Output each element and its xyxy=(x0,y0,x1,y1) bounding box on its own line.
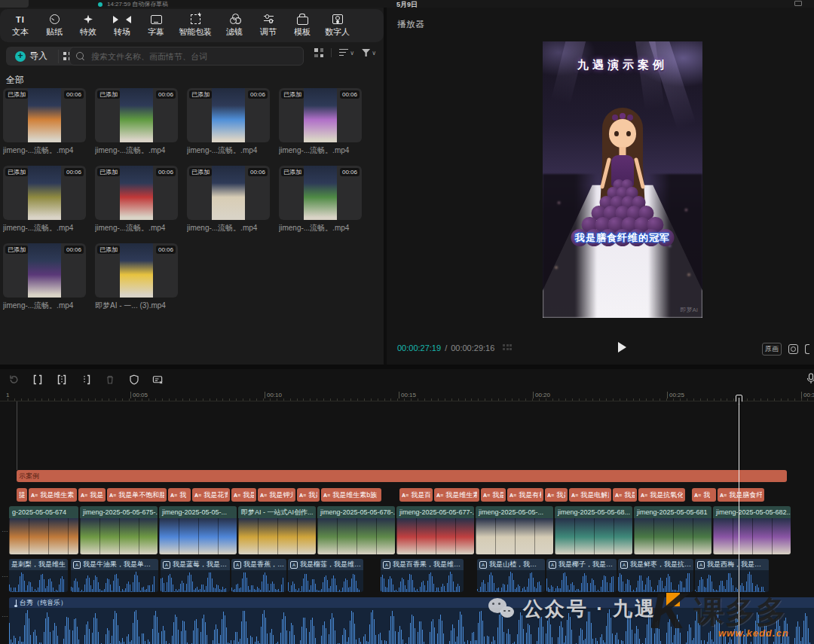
timeline-ruler[interactable]: 100:0500:1000:1500:2000:2500:3 xyxy=(0,390,814,401)
voice-segment[interactable]: 我是香蕉，我是钾... xyxy=(231,559,286,592)
play-button[interactable] xyxy=(618,342,626,353)
tool-sticker[interactable]: 贴纸 xyxy=(43,14,66,38)
tool-text[interactable]: 文本 xyxy=(9,14,32,38)
voice-segment[interactable]: 我是蓝莓，我是花... xyxy=(161,559,230,592)
media-card[interactable]: 已添加 00:06 jimeng-...流畅。.mp4 xyxy=(3,88,86,156)
subtitle-segment[interactable]: 我 xyxy=(168,488,191,502)
video-clip[interactable]: g-2025-05-05-674 xyxy=(9,506,78,554)
window-control-icon[interactable] xyxy=(794,1,802,6)
subtitle-segment[interactable]: 我是钾元 xyxy=(258,488,295,502)
music-track-handle[interactable]: … xyxy=(2,611,9,618)
category-label[interactable]: 全部 xyxy=(6,74,24,87)
subtitle-text-icon xyxy=(109,493,116,498)
media-card[interactable]: 已添加 00:06 jimeng-...流畅。.mp4 xyxy=(95,88,178,156)
subtitle-segment[interactable]: 我是电解质 xyxy=(569,488,611,502)
voice-segment[interactable]: 我是百香果，我是维生... xyxy=(381,559,464,592)
voice-segment[interactable]: 我是牛油果，我是单不... xyxy=(71,559,158,592)
quality-badge[interactable]: 原画 xyxy=(762,343,782,356)
media-card[interactable]: 已添加 00:06 jimeng-...流畅。.mp4 xyxy=(187,88,270,156)
split-icon[interactable] xyxy=(32,374,43,386)
media-thumbnail[interactable]: 已添加 00:06 xyxy=(187,166,270,220)
frame-grid-icon[interactable] xyxy=(503,344,512,352)
subtitle-segment[interactable]: 我是 xyxy=(613,488,637,502)
voice-segment[interactable]: 我是榴莲，我是维生素... xyxy=(288,559,363,592)
subtitle-segment[interactable]: 提 xyxy=(17,488,27,502)
tool-effects[interactable]: 特效 xyxy=(77,14,99,38)
voice-segment[interactable]: 我是山楂，我是有... xyxy=(477,559,545,592)
subtitle-segment[interactable]: 我是有机 xyxy=(507,488,543,502)
voice-segment[interactable]: 我是西梅，我是膳食纤... xyxy=(695,559,769,592)
music-track-clip[interactable]: 台秀（纯音乐） xyxy=(9,597,814,644)
video-clip[interactable]: jimeng-2025-05-05-682... xyxy=(713,506,791,554)
subtitle-segment[interactable]: 我是维生素b族 xyxy=(321,488,381,502)
tool-filter[interactable]: 滤镜 xyxy=(223,14,246,38)
import-button[interactable]: + 导入 xyxy=(11,49,52,63)
playhead[interactable] xyxy=(739,395,739,644)
subtitle-segment[interactable]: 我是抗氧化 xyxy=(638,488,685,502)
subtitle-segment[interactable]: 我是维生素 xyxy=(434,488,479,502)
grid-view-button[interactable] xyxy=(314,48,323,57)
subtitle-segment[interactable]: 我是花青 xyxy=(192,488,230,502)
media-thumbnail[interactable]: 已添加 00:06 xyxy=(95,243,178,298)
undo-icon[interactable] xyxy=(8,374,19,386)
media-thumbnail[interactable]: 已添加 00:06 xyxy=(95,88,178,142)
video-clip[interactable]: jimeng-2025-05-05-... xyxy=(159,506,237,554)
media-thumbnail[interactable]: 已添加 00:06 xyxy=(3,243,86,298)
media-thumbnail[interactable]: 已添加 00:06 xyxy=(95,166,178,220)
media-thumbnail[interactable]: 已添加 00:06 xyxy=(279,88,362,142)
media-card[interactable]: 已添加 00:06 jimeng-...流畅。.mp4 xyxy=(3,166,86,233)
tool-avatar[interactable]: 数字人 xyxy=(325,14,350,38)
split-left-icon[interactable] xyxy=(56,374,67,386)
search-box[interactable] xyxy=(69,47,304,66)
split-right-icon[interactable] xyxy=(80,374,91,386)
subtitle-segment[interactable]: 我是 xyxy=(297,488,320,502)
media-card[interactable]: 已添加 00:06 即梦AI - 一... (3).mp4 xyxy=(95,243,178,311)
tool-caption[interactable]: 字幕 xyxy=(145,14,167,38)
record-voiceover-icon[interactable] xyxy=(805,373,814,384)
voice-segment[interactable]: 我是鲜枣，我是抗氧化... xyxy=(618,559,693,592)
media-thumbnail[interactable]: 已添加 00:06 xyxy=(187,88,270,142)
media-thumbnail[interactable]: 已添加 00:06 xyxy=(3,88,86,142)
video-clip[interactable]: jimeng-2025-05-05-681 xyxy=(634,506,711,554)
filter-button[interactable]: ∨ xyxy=(362,49,376,56)
media-card[interactable]: 已添加 00:06 jimeng-...流畅。.mp4 xyxy=(187,166,270,233)
fullscreen-icon[interactable] xyxy=(805,344,809,354)
video-preview: 九遇演示案例 我是膳食纤维的冠军 即梦AI xyxy=(543,41,702,318)
subtitle-segment[interactable]: 我是 xyxy=(545,488,568,502)
video-clip[interactable]: jimeng-2025-05-05-68... xyxy=(555,506,632,554)
subtitle-segment[interactable]: 我是膳食纤 xyxy=(718,488,764,502)
video-clip-label: jimeng-2025-05-05-681 xyxy=(634,506,711,518)
subtitle-segment[interactable]: 我是 xyxy=(231,488,256,502)
tool-adjust[interactable]: 调节 xyxy=(257,14,280,38)
fit-scale-icon[interactable] xyxy=(788,344,798,354)
voice-segment[interactable]: 我是椰子，我是电解... xyxy=(546,559,617,592)
delete-icon[interactable] xyxy=(104,374,115,386)
search-input[interactable] xyxy=(90,51,297,62)
subtitle-segment[interactable]: 我 xyxy=(692,488,716,502)
video-clip[interactable]: jimeng-2025-05-05-678-... xyxy=(317,506,395,554)
caption-remove-icon[interactable] xyxy=(152,374,164,386)
video-clip[interactable]: 即梦AI - 一站式AI创作... xyxy=(238,506,316,554)
media-card[interactable]: 已添加 00:06 jimeng-...流畅。.mp4 xyxy=(279,88,362,156)
media-thumbnail[interactable]: 已添加 00:06 xyxy=(3,166,86,220)
video-clip[interactable]: jimeng-2025-05-05-... xyxy=(476,506,553,554)
voice-segment[interactable]: 是刺梨，我是维生 xyxy=(9,559,68,592)
subtitle-segment[interactable]: 我是维生素 xyxy=(29,488,77,502)
mute-shield-icon[interactable] xyxy=(128,374,139,386)
media-card[interactable]: 已添加 00:06 jimeng-...流畅。.mp4 xyxy=(3,243,86,311)
tool-transition[interactable]: 转场 xyxy=(111,14,133,38)
text-track-clip[interactable]: 示案例 xyxy=(17,470,787,482)
tool-template[interactable]: 模板 xyxy=(291,14,314,38)
media-card[interactable]: 已添加 00:06 jimeng-...流畅。.mp4 xyxy=(279,166,362,233)
media-card[interactable]: 已添加 00:06 jimeng-...流畅。.mp4 xyxy=(95,166,178,233)
subtitle-segment[interactable]: 我是单不饱和脂 xyxy=(107,488,167,502)
sort-button[interactable]: ∨ xyxy=(339,49,354,56)
subtitle-segment[interactable]: 我是 xyxy=(481,488,506,502)
subtitle-segment[interactable]: 我是百 xyxy=(399,488,433,502)
video-clip[interactable]: jimeng-2025-05-05-677-... xyxy=(396,506,474,554)
video-clip[interactable]: jimeng-2025-05-05-675-... xyxy=(80,506,158,554)
window-menu-stub[interactable] xyxy=(0,0,29,8)
media-thumbnail[interactable]: 已添加 00:06 xyxy=(279,166,362,220)
tool-smartpack[interactable]: 智能包装 xyxy=(179,14,212,38)
subtitle-segment[interactable]: 我是 xyxy=(78,488,106,502)
